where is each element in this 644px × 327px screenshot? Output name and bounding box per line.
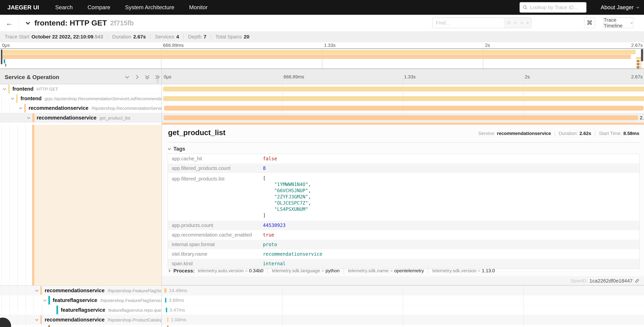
trace-minimap[interactable] [0,48,644,69]
keyboard-shortcuts-button[interactable]: ⌘ [584,18,595,28]
about-jaeger-menu[interactable]: About Jaeger [601,0,640,15]
locate-icon[interactable] [506,20,511,25]
app-brand[interactable]: JAEGER UI [8,4,39,11]
next-match-icon[interactable] [520,21,524,25]
tag-row[interactable]: app.recommendation.cache_enabledtrue [168,230,639,240]
span-duration-bar[interactable] [163,96,644,101]
meta-label: Duration: [559,131,578,136]
span-row[interactable]: featureflagservice/hipstershop.FeatureFl… [0,296,644,305]
expand-chevron-icon[interactable] [34,288,39,293]
span-duration-bar[interactable] [163,86,644,92]
collapse-one-icon[interactable] [124,74,130,80]
prev-match-icon[interactable] [513,21,518,25]
service-color-bar[interactable] [40,286,42,295]
indent-guide [1,113,2,122]
expand-chevron-icon[interactable] [26,116,31,120]
service-color-bar[interactable] [32,114,34,122]
service-color-bar[interactable] [48,325,50,327]
expand-chevron-icon[interactable] [2,87,7,91]
span-row-timeline-cell[interactable] [162,94,644,103]
span-row-name-cell[interactable]: recommendationserviceget_product_list [0,113,162,122]
span-row-timeline-cell[interactable]: 1.04ms [162,315,644,324]
span-row[interactable]: recommendationservice/hipstershop.Recomm… [0,104,644,113]
minimap-scrubber-handle[interactable] [641,49,643,61]
span-row[interactable]: frontendHTTP GET [0,84,644,94]
span-duration-bar[interactable] [164,115,638,120]
span-row-name-cell[interactable]: featureflagservicefeatureflagservice.rep… [0,305,162,315]
span-row[interactable] [0,325,644,327]
column-divider[interactable] [162,70,162,327]
tag-row[interactable]: otel.library.namerecommendationservice [168,249,639,259]
span-row-timeline-cell[interactable]: 3.68ms [162,296,644,305]
span-row-name-cell[interactable]: recommendationservice/hipstershop.Recomm… [0,104,162,113]
copy-link-icon[interactable] [634,278,640,283]
span-row-timeline-cell[interactable]: 14.49ms [162,286,644,295]
tag-row[interactable]: app.filtered_products.list[ "1YMWWN1N4O"… [168,173,639,220]
nav-item-system-architecture[interactable]: System Architecture [125,4,174,10]
span-row[interactable]: frontendgrpc.hipstershop.RecommendationS… [0,94,644,104]
list-comma: , [308,200,311,206]
view-selector-button[interactable]: Trace Timeline [603,18,634,28]
clear-find-icon[interactable]: × [526,20,529,26]
service-color-bar[interactable] [40,316,42,324]
span-row-name-cell[interactable]: frontendgrpc.hipstershop.RecommendationS… [0,94,162,103]
tag-value: false [263,156,277,162]
service-color-bar[interactable] [48,296,50,304]
chevron-right-icon[interactable] [168,269,172,273]
expand-chevron-icon[interactable] [34,318,39,322]
back-button[interactable]: ← [0,15,19,31]
span-row-name-cell[interactable] [0,325,162,327]
service-color-bar[interactable] [16,94,18,103]
span-row[interactable]: recommendationservice/hipstershop.Produc… [0,315,644,325]
span-detail-title: get_product_list [168,128,226,137]
span-row-timeline-cell[interactable] [162,104,644,113]
list-bracket: ] [263,213,266,218]
span-duration-bar[interactable] [166,308,167,312]
span-duration-bar[interactable] [165,298,166,303]
span-row-timeline-cell[interactable] [162,325,644,327]
service-color-bar[interactable] [56,306,58,314]
span-row-name-cell[interactable]: featureflagservice/hipstershop.FeatureFl… [0,296,162,305]
tags-section-toggle[interactable]: Tags [168,146,185,152]
expand-chevron-icon[interactable] [10,96,15,101]
collapse-all-icon[interactable] [144,74,150,80]
equals-sign: = [245,268,248,274]
nav-item-search[interactable]: Search [55,4,73,10]
service-color-bar[interactable] [8,85,10,93]
service-color-bar[interactable] [24,104,26,112]
gridline [403,325,403,327]
span-row-timeline-cell[interactable]: 2.62s [162,113,644,122]
tag-row[interactable]: app.cache_hitfalse [168,154,639,164]
equals-sign: = [390,268,393,274]
tag-row[interactable]: internal.span.formatproto [168,240,639,249]
span-row-timeline-cell[interactable]: 3.47ms [162,305,644,315]
expand-chevron-icon[interactable] [18,106,23,110]
span-duration-bar[interactable] [168,325,168,327]
column-resizer-grip[interactable] [157,79,158,83]
nav-item-monitor[interactable]: Monitor [189,4,208,10]
find-input[interactable] [432,18,504,28]
nav-item-compare[interactable]: Compare [88,4,110,10]
span-row-timeline-cell[interactable] [162,84,644,94]
span-row[interactable]: recommendationserviceget_product_list2.6… [0,113,644,123]
expand-chevron-icon[interactable] [43,298,47,302]
trace-id-lookup[interactable] [520,2,586,12]
span-row-name-cell[interactable]: recommendationservice/hipstershop.Produc… [0,315,162,324]
span-row-name-cell[interactable]: frontendHTTP GET [0,84,162,94]
span-row-name-cell[interactable]: recommendationservice/hipstershop.Featur… [0,286,162,295]
span-row[interactable]: recommendationservice/hipstershop.Featur… [0,286,644,296]
tag-row[interactable]: app.products.count44530923 [168,220,639,230]
span-duration-bar[interactable] [167,317,168,322]
span-duration-bar[interactable] [164,288,167,293]
span-row[interactable]: featureflagservicefeatureflagservice.rep… [0,305,644,315]
expand-all-icon[interactable] [154,74,160,80]
span-duration-bar[interactable] [164,106,644,110]
summary-label: Total Spans [216,34,242,40]
minimap-scrubber-handle[interactable] [1,50,2,64]
trace-id-lookup-input[interactable] [530,4,584,10]
tag-row[interactable]: app.filtered_products.count8 [168,164,639,173]
expand-one-icon[interactable] [134,74,140,80]
gridline [282,286,282,295]
gridline [282,325,282,327]
collapse-trace-chevron[interactable] [25,20,31,26]
